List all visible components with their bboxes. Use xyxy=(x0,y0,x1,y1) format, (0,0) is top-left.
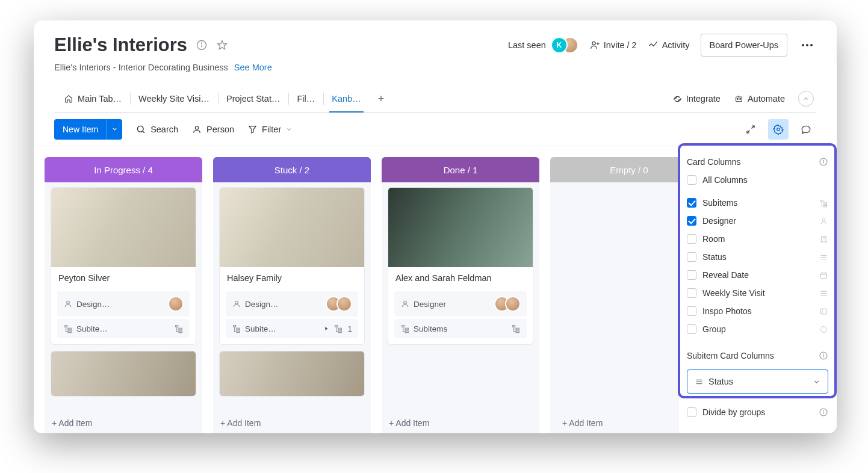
settings-button[interactable] xyxy=(768,119,789,140)
tab-project-stat-label: Project Stat… xyxy=(226,94,280,104)
new-item-split: New Item xyxy=(54,119,122,140)
tab-main-label: Main Tab… xyxy=(78,94,122,104)
tab-main[interactable]: Main Tab… xyxy=(55,85,130,112)
info-icon[interactable] xyxy=(819,407,828,417)
svg-point-33 xyxy=(404,301,407,304)
checkbox-room[interactable]: Room xyxy=(687,230,828,248)
collapse-views-button[interactable] xyxy=(798,91,814,107)
see-more-link[interactable]: See More xyxy=(234,63,272,72)
svg-rect-22 xyxy=(176,326,178,327)
checkbox-inspo-photos[interactable]: Inspo Photos xyxy=(687,302,828,320)
svg-point-68 xyxy=(823,410,824,411)
svg-marker-29 xyxy=(326,327,328,330)
last-seen[interactable]: Last seen K xyxy=(508,37,578,54)
info-icon[interactable] xyxy=(819,351,828,360)
card-subitems-field[interactable]: Subitems xyxy=(394,319,527,338)
toolbar-right xyxy=(740,119,816,140)
checkbox-divide-groups[interactable]: Divide by groups xyxy=(687,403,828,421)
powerups-button[interactable]: Board Power-Ups xyxy=(701,34,787,57)
checkbox-designer[interactable]: Designer xyxy=(687,212,828,230)
add-item-button[interactable]: + Add Item xyxy=(382,410,539,433)
checkbox-subitems[interactable]: Subitems xyxy=(687,194,828,212)
card-title: Peyton Silver xyxy=(51,267,196,289)
all-columns-label: All Columns xyxy=(702,175,748,185)
kanban-card[interactable] xyxy=(219,351,365,397)
column-type-icon xyxy=(819,325,828,334)
svg-rect-24 xyxy=(179,331,182,333)
board-title[interactable]: Ellie's Interiors xyxy=(54,34,187,56)
checkbox-weekly-site-visit[interactable]: Weekly Site Visit xyxy=(687,284,828,302)
kanban-card[interactable]: Alex and Sarah FeldmanDesignerSubitems xyxy=(388,187,533,345)
checkbox-reveal-date[interactable]: Reveal Date xyxy=(687,266,828,284)
card-subitems-field[interactable]: Subite… xyxy=(57,319,190,338)
column-body: Halsey FamilyDesign…Subite…1 xyxy=(213,182,371,410)
expand-button[interactable] xyxy=(740,119,761,140)
checkbox-status[interactable]: Status xyxy=(687,248,828,266)
add-view-button[interactable]: + xyxy=(370,93,393,105)
subitem-columns-section: Subitem Card Columns xyxy=(687,347,828,365)
card-designer-field[interactable]: Design… xyxy=(57,291,190,317)
svg-point-46 xyxy=(822,218,825,221)
info-icon[interactable] xyxy=(819,157,828,167)
activity-icon xyxy=(648,40,659,51)
automate-label: Automate xyxy=(748,94,785,104)
svg-rect-30 xyxy=(335,326,338,327)
kanban-card[interactable]: Peyton SilverDesign…Subite… xyxy=(51,187,196,345)
last-seen-label: Last seen xyxy=(508,40,546,50)
svg-point-42 xyxy=(823,160,824,161)
kanban-card[interactable] xyxy=(51,351,196,397)
board-subtitle-row: Ellie's Interiors - Interior Decorating … xyxy=(54,63,816,72)
chevron-down-icon xyxy=(285,126,293,133)
filter-button[interactable]: Filter xyxy=(247,124,293,134)
activity-link[interactable]: Activity xyxy=(648,40,690,51)
tab-weekly[interactable]: Weekly Site Visi… xyxy=(130,85,218,112)
tab-kanban[interactable]: Kanb… xyxy=(323,85,369,112)
column-type-icon xyxy=(819,253,828,262)
card-designer-field[interactable]: Designer xyxy=(394,291,527,317)
new-item-dropdown[interactable] xyxy=(107,119,122,140)
tab-project-stat[interactable]: Project Stat… xyxy=(218,85,288,112)
invite-link[interactable]: Invite / 2 xyxy=(589,40,637,51)
more-icon[interactable] xyxy=(798,40,816,50)
column-header[interactable]: Done / 1 xyxy=(382,157,539,182)
card-image xyxy=(51,188,196,267)
card-image xyxy=(388,188,533,267)
svg-rect-35 xyxy=(405,328,408,330)
tab-files[interactable]: Fil… xyxy=(288,85,323,112)
checkbox-group[interactable]: Group xyxy=(687,320,828,338)
svg-rect-31 xyxy=(338,328,341,330)
tabs-row: Main Tab… Weekly Site Visi… Project Stat… xyxy=(54,85,816,113)
integrate-label: Integrate xyxy=(686,94,721,104)
column-body: Peyton SilverDesign…Subite… xyxy=(45,182,202,410)
toolbar-left: New Item Search Person Filter xyxy=(54,119,293,140)
automate-button[interactable]: Automate xyxy=(734,94,785,104)
column-header[interactable]: Stuck / 2 xyxy=(213,157,371,182)
chat-button[interactable] xyxy=(796,119,816,140)
card-settings-panel: Card Columns All Columns SubitemsDesigne… xyxy=(678,143,837,433)
subitems-icon xyxy=(511,324,521,333)
integrate-button[interactable]: Integrate xyxy=(672,94,721,104)
column-type-icon xyxy=(819,289,828,298)
view-tabs: Main Tab… Weekly Site Visi… Project Stat… xyxy=(55,85,392,112)
new-item-button[interactable]: New Item xyxy=(54,119,107,140)
card-subitems-field[interactable]: Subite…1 xyxy=(226,319,358,338)
svg-rect-27 xyxy=(237,328,240,330)
card-designer-field[interactable]: Design… xyxy=(226,291,358,317)
checkbox-all-columns[interactable]: All Columns xyxy=(687,171,828,189)
svg-rect-26 xyxy=(234,326,236,327)
title-wrap: Ellie's Interiors xyxy=(54,34,228,56)
column-type-icon xyxy=(819,235,828,244)
header: Ellie's Interiors Last seen K xyxy=(34,20,837,113)
add-item-button[interactable]: + Add Item xyxy=(213,410,371,433)
kanban-card[interactable]: Halsey FamilyDesign…Subite…1 xyxy=(219,187,365,345)
search-label: Search xyxy=(150,125,178,134)
add-item-button[interactable]: + Add Item xyxy=(45,410,202,433)
tab-files-label: Fil… xyxy=(297,94,315,104)
person-filter-button[interactable]: Person xyxy=(191,124,234,135)
info-icon[interactable] xyxy=(196,39,208,51)
svg-rect-50 xyxy=(821,273,827,278)
subitem-column-select[interactable]: Status xyxy=(687,369,828,394)
star-icon[interactable] xyxy=(216,39,228,51)
column-header[interactable]: In Progress / 4 xyxy=(45,157,202,182)
search-button[interactable]: Search xyxy=(135,124,178,135)
